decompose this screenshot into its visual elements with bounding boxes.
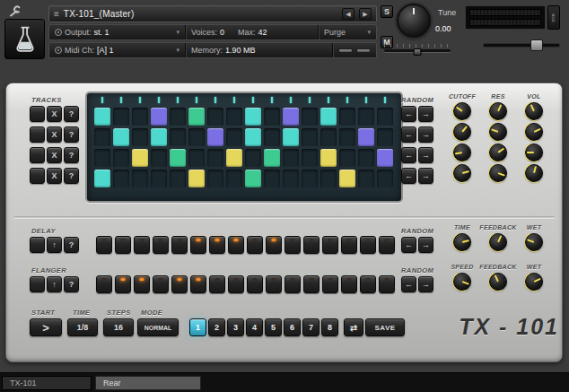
seq-step-r4-c5[interactable] (170, 170, 186, 187)
cutoff-knob-3[interactable] (453, 144, 471, 161)
start-button[interactable]: > (30, 318, 62, 336)
seq-step-r1-c7[interactable] (207, 108, 223, 126)
flanger-step-13[interactable] (322, 275, 338, 293)
solo-button[interactable]: S (381, 5, 393, 18)
seq-step-r3-c13[interactable] (320, 149, 337, 167)
res-knob-3[interactable] (489, 144, 507, 161)
seq-step-r2-c1[interactable] (94, 128, 110, 146)
track-random-left-arrow-3[interactable]: ← (401, 147, 416, 163)
pan-slider[interactable] (384, 44, 451, 56)
track-random-left-arrow-2[interactable]: ← (401, 126, 416, 143)
cutoff-knob-1[interactable] (453, 102, 471, 120)
seq-step-r3-c5[interactable] (170, 149, 186, 167)
seq-step-r3-c15[interactable] (358, 149, 374, 167)
track-random-right-arrow-1[interactable]: → (418, 106, 433, 122)
flanger-feedback-knob[interactable] (489, 273, 507, 291)
delay-wet-knob[interactable] (525, 233, 543, 251)
volume-slider[interactable] (483, 39, 560, 51)
seq-step-r3-c16[interactable] (377, 149, 393, 167)
pattern-8-button[interactable]: 8 (321, 318, 338, 336)
track-clear-button-2[interactable]: X (47, 126, 62, 143)
flanger-random-right-arrow[interactable]: → (418, 276, 433, 292)
seq-step-r4-c12[interactable] (302, 170, 318, 187)
seq-step-r4-c8[interactable] (226, 170, 242, 187)
seq-step-r3-c2[interactable] (113, 149, 129, 167)
delay-active-button[interactable] (30, 237, 45, 253)
seq-step-r4-c11[interactable] (283, 170, 299, 187)
seq-step-r1-c2[interactable] (113, 108, 129, 126)
loop-button[interactable]: ⇄ (344, 318, 363, 336)
seq-step-r4-c16[interactable] (377, 170, 393, 187)
flanger-step-9[interactable] (247, 275, 263, 293)
seq-step-r4-c6[interactable] (188, 170, 205, 187)
seq-step-r3-c7[interactable] (207, 149, 223, 167)
flanger-step-4[interactable] (153, 275, 169, 293)
track-clear-button-3[interactable]: X (47, 147, 62, 163)
seq-step-r1-c14[interactable] (339, 108, 355, 126)
seq-step-r1-c16[interactable] (377, 108, 393, 126)
delay-time-knob[interactable] (453, 233, 471, 251)
seq-step-r2-c14[interactable] (339, 128, 355, 146)
track-random-right-arrow-3[interactable]: → (418, 147, 433, 163)
delay-step-16[interactable] (379, 236, 395, 254)
delay-shift-button[interactable]: ↑ (47, 237, 62, 253)
seq-step-r4-c4[interactable] (151, 170, 167, 187)
seq-step-r3-c3[interactable] (132, 149, 148, 167)
seq-step-r2-c12[interactable] (302, 128, 318, 146)
seq-step-r2-c6[interactable] (188, 128, 205, 146)
seq-step-r2-c16[interactable] (377, 128, 393, 146)
seq-step-r2-c10[interactable] (264, 128, 280, 146)
seq-step-r1-c15[interactable] (358, 108, 374, 126)
seq-step-r1-c1[interactable] (94, 108, 110, 126)
seq-step-r1-c8[interactable] (226, 108, 242, 126)
flanger-step-6[interactable] (190, 275, 206, 293)
delay-step-10[interactable] (266, 236, 282, 254)
seq-step-r1-c9[interactable] (245, 108, 261, 126)
seq-step-r1-c10[interactable] (264, 108, 280, 126)
flanger-randomize-button[interactable]: ? (64, 276, 79, 292)
seq-step-r3-c4[interactable] (151, 149, 167, 167)
tune-knob[interactable] (397, 4, 431, 38)
delay-step-12[interactable] (303, 236, 320, 254)
delay-step-11[interactable] (284, 236, 301, 254)
delay-step-8[interactable] (228, 236, 244, 254)
delay-step-3[interactable] (134, 236, 150, 254)
seq-step-r3-c12[interactable] (302, 149, 318, 167)
mode-value-button[interactable]: NORMAL (137, 318, 179, 336)
track-random-left-arrow-4[interactable]: ← (401, 168, 416, 184)
cutoff-knob-2[interactable] (453, 123, 471, 141)
vol-knob-1[interactable] (525, 102, 543, 120)
track-active-button-1[interactable] (30, 106, 45, 122)
res-knob-2[interactable] (489, 123, 507, 141)
vol-knob-3[interactable] (525, 144, 543, 161)
pattern-4-button[interactable]: 4 (246, 318, 263, 336)
seq-step-r4-c3[interactable] (132, 170, 148, 187)
flanger-step-16[interactable] (379, 275, 395, 293)
seq-step-r1-c11[interactable] (283, 108, 299, 126)
seq-step-r3-c14[interactable] (339, 149, 355, 167)
delay-step-7[interactable] (209, 236, 225, 254)
seq-step-r3-c6[interactable] (188, 149, 205, 167)
seq-step-r4-c10[interactable] (264, 170, 280, 187)
flanger-step-11[interactable] (284, 275, 301, 293)
seq-step-r2-c13[interactable] (320, 128, 337, 146)
seq-step-r2-c7[interactable] (207, 128, 223, 146)
seq-step-r4-c14[interactable] (339, 170, 355, 187)
seq-step-r4-c9[interactable] (245, 170, 261, 187)
instrument-menu-icon[interactable]: ≡ (54, 9, 59, 19)
instrument-icon-box[interactable] (4, 19, 45, 59)
midi-channel-selector[interactable]: Midi Ch: [A] 1 ▾ (49, 43, 186, 57)
vol-knob-4[interactable] (525, 164, 543, 182)
next-instrument-button[interactable]: ▶ (359, 8, 372, 20)
time-value-button[interactable]: 1/8 (67, 318, 98, 336)
seq-step-r3-c1[interactable] (94, 149, 110, 167)
track-active-button-4[interactable] (30, 168, 45, 184)
delay-random-left-arrow[interactable]: ← (401, 237, 416, 253)
flanger-random-left-arrow[interactable]: ← (401, 276, 416, 292)
flanger-step-15[interactable] (360, 275, 376, 293)
delay-step-9[interactable] (247, 236, 263, 254)
res-knob-1[interactable] (489, 102, 507, 120)
track-random-right-arrow-2[interactable]: → (418, 126, 433, 143)
delay-step-15[interactable] (360, 236, 376, 254)
track-random-left-arrow-1[interactable]: ← (401, 106, 416, 122)
